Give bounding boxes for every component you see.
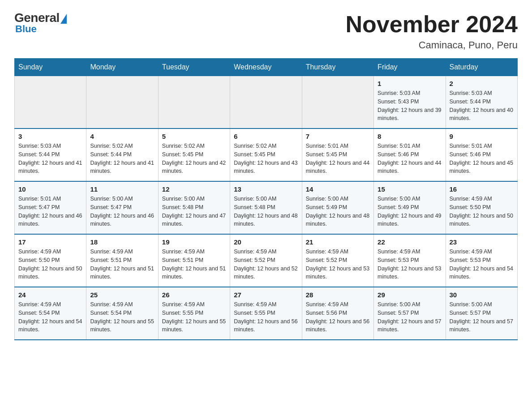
day-cell: 29Sunrise: 5:00 AMSunset: 5:57 PMDayligh… [374, 287, 446, 340]
day-number: 21 [306, 238, 370, 246]
day-number: 13 [234, 185, 298, 193]
day-cell: 24Sunrise: 4:59 AMSunset: 5:54 PMDayligh… [15, 287, 86, 340]
day-number: 12 [162, 185, 226, 193]
day-info: Sunrise: 5:00 AMSunset: 5:48 PMDaylight:… [162, 195, 226, 228]
day-number: 20 [234, 238, 298, 246]
day-cell: 7Sunrise: 5:01 AMSunset: 5:45 PMDaylight… [302, 128, 373, 181]
day-info: Sunrise: 5:03 AMSunset: 5:44 PMDaylight:… [18, 142, 82, 176]
day-number: 14 [306, 185, 370, 193]
day-cell: 9Sunrise: 5:01 AMSunset: 5:46 PMDaylight… [446, 128, 517, 181]
day-cell: 2Sunrise: 5:03 AMSunset: 5:44 PMDaylight… [446, 76, 517, 129]
day-cell: 27Sunrise: 4:59 AMSunset: 5:55 PMDayligh… [230, 287, 302, 340]
day-info: Sunrise: 5:01 AMSunset: 5:47 PMDaylight:… [18, 195, 82, 228]
day-number: 17 [18, 238, 82, 246]
day-number: 8 [378, 133, 442, 140]
day-cell: 14Sunrise: 5:00 AMSunset: 5:49 PMDayligh… [302, 181, 373, 234]
day-info: Sunrise: 5:00 AMSunset: 5:49 PMDaylight:… [378, 195, 442, 228]
day-info: Sunrise: 5:00 AMSunset: 5:49 PMDaylight:… [306, 195, 370, 228]
week-row-5: 24Sunrise: 4:59 AMSunset: 5:54 PMDayligh… [15, 287, 518, 340]
day-number: 30 [450, 291, 514, 299]
day-number: 25 [90, 291, 154, 299]
day-cell: 5Sunrise: 5:02 AMSunset: 5:45 PMDaylight… [158, 128, 230, 181]
day-cell: 6Sunrise: 5:02 AMSunset: 5:45 PMDaylight… [230, 128, 302, 181]
day-number: 26 [162, 291, 226, 299]
day-info: Sunrise: 5:00 AMSunset: 5:48 PMDaylight:… [234, 195, 298, 228]
day-number: 22 [378, 238, 442, 246]
day-info: Sunrise: 4:59 AMSunset: 5:51 PMDaylight:… [162, 248, 226, 281]
day-cell: 25Sunrise: 4:59 AMSunset: 5:54 PMDayligh… [86, 287, 158, 340]
day-number: 11 [90, 185, 154, 193]
day-number: 18 [90, 238, 154, 246]
day-cell: 19Sunrise: 4:59 AMSunset: 5:51 PMDayligh… [158, 234, 230, 287]
day-info: Sunrise: 5:03 AMSunset: 5:43 PMDaylight:… [378, 89, 442, 123]
day-info: Sunrise: 4:59 AMSunset: 5:52 PMDaylight:… [306, 248, 370, 281]
day-number: 5 [162, 133, 226, 140]
day-info: Sunrise: 5:00 AMSunset: 5:57 PMDaylight:… [450, 300, 514, 334]
day-number: 28 [306, 291, 370, 299]
day-info: Sunrise: 4:59 AMSunset: 5:50 PMDaylight:… [18, 248, 82, 281]
calendar-table: SundayMondayTuesdayWednesdayThursdayFrid… [14, 58, 518, 340]
day-info: Sunrise: 5:02 AMSunset: 5:44 PMDaylight:… [90, 142, 154, 176]
day-cell: 8Sunrise: 5:01 AMSunset: 5:46 PMDaylight… [374, 128, 446, 181]
day-number: 27 [234, 291, 298, 299]
day-cell [15, 76, 86, 129]
day-info: Sunrise: 4:59 AMSunset: 5:50 PMDaylight:… [450, 195, 514, 228]
day-number: 2 [450, 80, 514, 87]
day-number: 15 [378, 185, 442, 193]
day-info: Sunrise: 5:02 AMSunset: 5:45 PMDaylight:… [162, 142, 226, 176]
day-info: Sunrise: 4:59 AMSunset: 5:52 PMDaylight:… [234, 248, 298, 281]
day-cell: 17Sunrise: 4:59 AMSunset: 5:50 PMDayligh… [15, 234, 86, 287]
day-number: 6 [234, 133, 298, 140]
week-row-1: 1Sunrise: 5:03 AMSunset: 5:43 PMDaylight… [15, 76, 518, 129]
day-number: 7 [306, 133, 370, 140]
day-cell: 10Sunrise: 5:01 AMSunset: 5:47 PMDayligh… [15, 181, 86, 234]
week-row-3: 10Sunrise: 5:01 AMSunset: 5:47 PMDayligh… [15, 181, 518, 234]
page-header: General Blue November 2024 Caminaca, Pun… [14, 11, 518, 51]
day-cell [302, 76, 373, 129]
weekday-header-thursday: Thursday [302, 59, 373, 76]
day-number: 16 [450, 185, 514, 193]
day-info: Sunrise: 4:59 AMSunset: 5:51 PMDaylight:… [90, 248, 154, 281]
logo-blue-text: Blue [15, 23, 37, 35]
weekday-header-friday: Friday [374, 59, 446, 76]
day-number: 23 [450, 238, 514, 246]
day-info: Sunrise: 4:59 AMSunset: 5:53 PMDaylight:… [378, 248, 442, 281]
day-number: 9 [450, 133, 514, 140]
day-cell [230, 76, 302, 129]
day-info: Sunrise: 5:01 AMSunset: 5:46 PMDaylight:… [378, 142, 442, 176]
weekday-header-row: SundayMondayTuesdayWednesdayThursdayFrid… [15, 59, 518, 76]
logo: General Blue [14, 11, 67, 35]
day-info: Sunrise: 4:59 AMSunset: 5:54 PMDaylight:… [18, 300, 82, 334]
weekday-header-wednesday: Wednesday [230, 59, 302, 76]
day-cell: 28Sunrise: 4:59 AMSunset: 5:56 PMDayligh… [302, 287, 373, 340]
day-info: Sunrise: 4:59 AMSunset: 5:55 PMDaylight:… [162, 300, 226, 334]
day-number: 19 [162, 238, 226, 246]
day-cell [86, 76, 158, 129]
weekday-header-tuesday: Tuesday [158, 59, 230, 76]
day-cell: 15Sunrise: 5:00 AMSunset: 5:49 PMDayligh… [374, 181, 446, 234]
day-number: 24 [18, 291, 82, 299]
day-number: 1 [378, 80, 442, 87]
day-info: Sunrise: 4:59 AMSunset: 5:53 PMDaylight:… [450, 248, 514, 281]
day-info: Sunrise: 5:00 AMSunset: 5:57 PMDaylight:… [378, 300, 442, 334]
day-info: Sunrise: 4:59 AMSunset: 5:55 PMDaylight:… [234, 300, 298, 334]
day-number: 3 [18, 133, 82, 140]
day-info: Sunrise: 4:59 AMSunset: 5:56 PMDaylight:… [306, 300, 370, 334]
day-cell: 18Sunrise: 4:59 AMSunset: 5:51 PMDayligh… [86, 234, 158, 287]
logo-triangle-icon [60, 14, 67, 24]
day-number: 29 [378, 291, 442, 299]
day-number: 10 [18, 185, 82, 193]
weekday-header-monday: Monday [86, 59, 158, 76]
day-cell: 26Sunrise: 4:59 AMSunset: 5:55 PMDayligh… [158, 287, 230, 340]
day-cell: 1Sunrise: 5:03 AMSunset: 5:43 PMDaylight… [374, 76, 446, 129]
day-cell: 20Sunrise: 4:59 AMSunset: 5:52 PMDayligh… [230, 234, 302, 287]
day-info: Sunrise: 5:03 AMSunset: 5:44 PMDaylight:… [450, 89, 514, 123]
day-cell: 22Sunrise: 4:59 AMSunset: 5:53 PMDayligh… [374, 234, 446, 287]
day-cell: 23Sunrise: 4:59 AMSunset: 5:53 PMDayligh… [446, 234, 517, 287]
day-info: Sunrise: 5:00 AMSunset: 5:47 PMDaylight:… [90, 195, 154, 228]
calendar-subtitle: Caminaca, Puno, Peru [346, 39, 518, 51]
week-row-4: 17Sunrise: 4:59 AMSunset: 5:50 PMDayligh… [15, 234, 518, 287]
day-cell: 3Sunrise: 5:03 AMSunset: 5:44 PMDaylight… [15, 128, 86, 181]
title-block: November 2024 Caminaca, Puno, Peru [346, 11, 518, 51]
day-cell: 13Sunrise: 5:00 AMSunset: 5:48 PMDayligh… [230, 181, 302, 234]
